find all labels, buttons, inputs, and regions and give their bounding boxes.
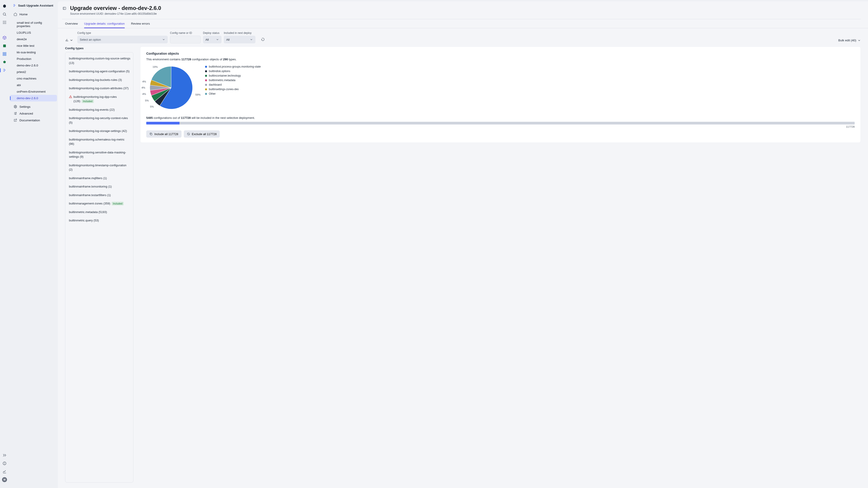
legend-swatch <box>205 93 207 95</box>
filter-config-type-placeholder: Select an option <box>80 38 101 41</box>
sidebar-item-env[interactable]: abi <box>10 82 57 88</box>
app-title-row: SaaS Upgrade Assistant <box>9 2 58 11</box>
legend-label: builtindisk.options <box>209 70 230 73</box>
sidebar-item-env[interactable]: demo-dev-2.6.0 <box>10 95 57 101</box>
bulk-edit-label: Bulk edit (40) <box>838 39 856 42</box>
svg-rect-14 <box>5 55 6 56</box>
sidebar-item-label: deve2e <box>17 37 27 41</box>
exclude-all-button[interactable]: Exclude all 117728 <box>184 130 220 138</box>
sidebar-item-label: Production <box>17 57 31 61</box>
pie-slice-label: 19% <box>153 66 158 68</box>
intro-prefix: This environment contains <box>146 58 181 61</box>
config-type-item[interactable]: builtinlogmonitoring.timestamp-configura… <box>67 161 132 174</box>
include-all-label: Include all 117728 <box>154 132 178 136</box>
config-type-item[interactable]: builtinmainframe.txstartfilters (1) <box>67 191 132 199</box>
metrics-icon[interactable] <box>2 469 7 474</box>
config-types-list[interactable]: builtinlogmonitoring.custom-log-source-s… <box>65 52 133 483</box>
rail-grid-icon[interactable] <box>2 52 7 57</box>
search-icon[interactable] <box>2 12 7 17</box>
sidebar-item-env[interactable]: small test of config properties <box>10 20 57 29</box>
legend-swatch <box>205 75 207 77</box>
deploy-suffix: will be included in the next selective d… <box>191 116 255 120</box>
sidebar-item-env[interactable]: kk-sua-testing <box>10 49 57 56</box>
config-type-item[interactable]: builtinmetric.query (53) <box>67 216 132 225</box>
svg-point-2 <box>4 21 5 22</box>
intro-suffix: types. <box>228 58 237 61</box>
config-types-title: Config types <box>65 46 133 50</box>
include-all-button[interactable]: Include all 117728 <box>146 130 182 138</box>
sidebar-item-label: nice little test <box>17 44 34 47</box>
tab[interactable]: Review errors <box>131 19 150 28</box>
sidebar-item-env[interactable]: deve2e <box>10 36 57 42</box>
svg-point-5 <box>4 22 5 23</box>
exclude-all-label: Exclude all 117728 <box>192 132 217 136</box>
config-type-item[interactable]: builtinlogmonitoring.log-storage-setting… <box>67 127 132 135</box>
config-type-item[interactable]: builtinlogmonitoring.log-buckets-rules (… <box>67 76 132 84</box>
icon-rail: M <box>0 0 9 488</box>
rail-logo-icon[interactable] <box>2 4 7 8</box>
config-type-label: builtinlogmonitoring.log-dpp-rules (126)… <box>73 95 130 103</box>
nav-settings[interactable]: Settings <box>10 103 57 110</box>
overview-intro: This environment contains 117728 configu… <box>146 58 855 61</box>
deploy-summary: 5485 configurations out of 117728 will b… <box>146 116 855 120</box>
nav-advanced[interactable]: Advanced <box>10 110 57 117</box>
nav-home[interactable]: Home <box>10 11 57 18</box>
sidebar-item-env[interactable]: Production <box>10 56 57 62</box>
svg-point-4 <box>3 22 4 23</box>
collapse-sidebar-button[interactable] <box>62 6 67 11</box>
config-type-item[interactable]: builtinlogmonitoring.log-custom-attribut… <box>67 84 132 93</box>
config-type-item[interactable]: builtinlogmonitoring.log-dpp-rules (126)… <box>67 93 132 105</box>
rail-cube-icon[interactable] <box>2 35 7 40</box>
filter-deploy-status-select[interactable]: All <box>203 36 221 43</box>
filter-config-type-select[interactable]: Select an option <box>77 36 168 43</box>
nav-documentation[interactable]: Documentation <box>10 117 57 124</box>
config-type-item[interactable]: builtinlogmonitoring.sensitive-data-mask… <box>67 148 132 161</box>
nav-settings-label: Settings <box>20 105 31 108</box>
sidebar-item-label: demo-dev-2.6.0 <box>17 64 38 67</box>
sidebar-item-label: LGUPLUS <box>17 31 31 34</box>
filter-included-select[interactable]: All <box>224 36 255 43</box>
sidebar-item-label: prtest2 <box>17 70 26 74</box>
user-avatar[interactable]: M <box>2 477 7 482</box>
sidebar-item-env[interactable]: cmc-machines <box>10 75 57 82</box>
config-type-item[interactable]: builtinlogmonitoring.log-events (22) <box>67 105 132 114</box>
rail-shape-icon[interactable] <box>2 60 7 65</box>
included-badge: Included <box>82 99 94 103</box>
legend-swatch <box>205 79 207 81</box>
deploy-mid: configurations out of <box>153 116 181 120</box>
tab[interactable]: Upgrade details: configuration <box>84 19 125 28</box>
rail-table-icon[interactable] <box>2 43 7 48</box>
reset-filters-button[interactable] <box>259 36 267 43</box>
chart-mode-toggle[interactable] <box>65 38 73 43</box>
legend-swatch <box>205 88 207 90</box>
sidebar-item-env[interactable]: prtest2 <box>10 69 57 75</box>
config-type-item[interactable]: builtinlogmonitoring.log-agent-configura… <box>67 67 132 76</box>
config-type-item[interactable]: builtinmetric.metadata (5193) <box>67 208 132 217</box>
config-type-item[interactable]: builtinmainframe.txmonitoring (1) <box>67 182 132 191</box>
exclude-icon <box>187 132 190 135</box>
config-type-item[interactable]: builtinlogmonitoring.custom-log-source-s… <box>67 54 132 67</box>
tab[interactable]: Overview <box>65 19 78 28</box>
config-type-label: builtinmainframe.txstartfilters (1) <box>69 193 111 197</box>
legend-swatch <box>205 66 207 68</box>
filter-included-label: Included in next deploy <box>224 31 255 35</box>
intro-total-types: 290 <box>223 58 228 61</box>
sidebar-item-env[interactable]: onPrem-Environment <box>10 88 57 95</box>
intro-total-objects: 117728 <box>181 58 191 61</box>
rail-assistant-icon[interactable] <box>2 68 7 73</box>
expand-rail-icon[interactable] <box>2 453 7 458</box>
filter-config-name-input[interactable] <box>170 36 201 43</box>
legend-item: Other <box>205 92 260 95</box>
sidebar-item-env[interactable]: LGUPLUS <box>10 29 57 36</box>
apps-icon[interactable] <box>2 20 7 25</box>
config-type-item[interactable]: builtinmainframe.mqfilters (1) <box>67 174 132 183</box>
bulk-edit-button[interactable]: Bulk edit (40) <box>838 39 861 43</box>
sidebar-item-env[interactable]: demo-dev-2.6.0 <box>10 62 57 69</box>
help-icon[interactable] <box>2 461 7 466</box>
filter-deploy-status-label: Deploy status <box>203 31 221 35</box>
app-title: SaaS Upgrade Assistant <box>18 4 53 7</box>
config-type-item[interactable]: builtinlogmonitoring.log-security-contex… <box>67 114 132 127</box>
config-type-item[interactable]: builtinlogmonitoring.schemaless-log-metr… <box>67 135 132 148</box>
sidebar-item-env[interactable]: nice little test <box>10 42 57 49</box>
config-type-item[interactable]: builtinmanagement-zones (359)Included <box>67 199 132 208</box>
